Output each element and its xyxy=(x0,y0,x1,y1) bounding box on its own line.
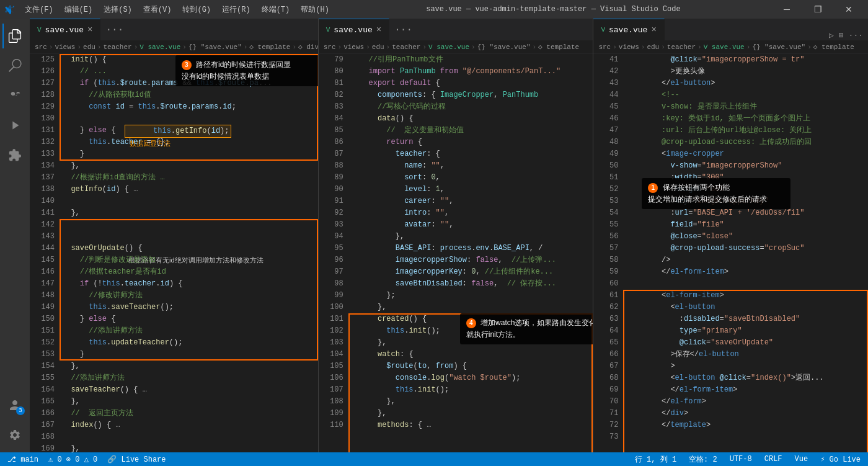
code-line-146: //根据teacher是否有id xyxy=(62,266,318,278)
code-line-133: } xyxy=(62,148,318,160)
panel-1-tab-close[interactable]: × xyxy=(87,25,92,35)
panel-3-tab-save-vue[interactable]: V save.vue × xyxy=(593,19,664,40)
vue-icon-1: V xyxy=(37,26,42,34)
code-line-94: }, xyxy=(351,231,593,243)
code-line-45: v-show: 是否显示上传组件 xyxy=(626,101,868,113)
code-line-155: //添加讲师方法 xyxy=(62,372,318,384)
code-line-73 xyxy=(626,431,868,443)
panel-1-line-numbers: 125126127128129 130131132133134 13713814… xyxy=(30,54,60,452)
vscode-icon xyxy=(5,4,15,14)
code-line-49: <image-cropper xyxy=(626,148,868,160)
more-icon[interactable]: ··· xyxy=(849,31,863,40)
window-title: save.vue — vue-admin-template-master — V… xyxy=(334,5,773,14)
panel-2-more[interactable]: ··· xyxy=(389,19,417,40)
code-line-169: }, xyxy=(62,443,318,452)
activity-extensions[interactable] xyxy=(2,143,27,168)
menu-help[interactable]: 帮助(H) xyxy=(296,3,334,16)
code-line-98: saveBtnDisabled: false, // 保存按... xyxy=(351,278,593,290)
code-line-65: @click="saveOrUpdate" xyxy=(626,337,868,349)
panel-3-tabs: V save.vue × ▷ ⊞ ··· xyxy=(593,19,868,40)
menu-goto[interactable]: 转到(G) xyxy=(177,3,216,16)
error-count[interactable]: ⚠ 0 ⊗ 0 △ 0 xyxy=(46,455,100,464)
editor-panel-2: V save.vue × ··· src › views › edu › tea… xyxy=(319,19,594,452)
menu-edit[interactable]: 编辑(E) xyxy=(60,3,98,16)
activity-bar: 3 xyxy=(0,19,30,452)
window-controls[interactable]: ─ ❐ ✕ xyxy=(773,0,863,19)
badge-4-tooltip: 4 xyxy=(466,318,476,328)
code-line-108: }, xyxy=(351,396,593,408)
go-live[interactable]: ⚡ Go Live xyxy=(818,455,863,464)
git-branch[interactable]: ⎇ main xyxy=(5,455,41,464)
code-line-147: if (!this.teacher.id) { xyxy=(62,278,318,290)
close-button[interactable]: ✕ xyxy=(835,0,863,19)
badge-1-tooltip: 1 xyxy=(648,183,658,193)
activity-explorer[interactable] xyxy=(2,24,27,48)
vue-icon-3: V xyxy=(601,26,605,34)
run-icon[interactable]: ▷ xyxy=(829,30,834,40)
code-line-92: intro: "", xyxy=(351,207,593,219)
maximize-button[interactable]: ❐ xyxy=(804,0,832,19)
encoding[interactable]: UTF-8 xyxy=(727,455,755,464)
code-line-59: </el-form-item> xyxy=(626,266,868,278)
panel-1-tab-label: save.vue xyxy=(45,25,84,35)
menu-file[interactable]: 文件(F) xyxy=(20,3,58,16)
menu-bar[interactable]: 文件(F) 编辑(E) 选择(S) 查看(V) 转到(G) 运行(R) 终端(T… xyxy=(20,3,334,16)
code-line-86: return { xyxy=(351,137,593,148)
code-line-91: career: "", xyxy=(351,195,593,207)
status-bar: ⎇ main ⚠ 0 ⊗ 0 △ 0 🔗 Live Share 行 1, 列 1… xyxy=(0,452,868,466)
code-line-99: }; xyxy=(351,290,593,302)
code-line-57: @crop-upload-success="cropSuc" xyxy=(626,243,868,254)
activity-bar-bottom: 3 xyxy=(2,393,27,452)
code-line-141: }, xyxy=(62,207,318,219)
panel-1-more[interactable]: ··· xyxy=(100,19,128,40)
editor-area: V save.vue × ··· src › views › edu › tea… xyxy=(30,19,868,452)
code-line-128: //从路径获取id值 xyxy=(62,89,318,101)
code-line-152: this.updateTeacher(); xyxy=(62,337,318,349)
code-line-48: @crop-upload-success: 上传成功后的回 xyxy=(626,137,868,148)
panel-3-tab-close[interactable]: × xyxy=(651,25,656,35)
menu-view[interactable]: 查看(V) xyxy=(138,3,177,16)
code-line-68: <el-button @click="index()">返回... xyxy=(626,372,868,384)
code-line-87: teacher: { xyxy=(351,148,593,160)
activity-debug[interactable] xyxy=(2,113,27,138)
panel-2-tabs: V save.vue × ··· xyxy=(319,19,593,40)
code-line-47: :url: 后台上传的url地址@close: 关闭上 xyxy=(626,125,868,137)
line-ending[interactable]: CRLF xyxy=(762,455,785,464)
panel-2-tab-save-vue[interactable]: V save.vue × xyxy=(319,19,389,40)
split-icon[interactable]: ⊞ xyxy=(839,30,844,40)
code-line-165: }, xyxy=(62,396,318,408)
code-line-104: watch: { xyxy=(351,349,593,361)
panel-3-actions: ▷ ⊞ ··· xyxy=(829,30,868,40)
menu-run[interactable]: 运行(R) xyxy=(217,3,255,16)
code-line-132: this.teacher = {}; xyxy=(62,137,318,148)
status-bar-right: 行 1, 列 1 空格: 2 UTF-8 CRLF Vue ⚡ Go Live xyxy=(632,454,863,465)
code-line-164: saveTeacher() { … xyxy=(62,384,318,396)
title-bar-left: 文件(F) 编辑(E) 选择(S) 查看(V) 转到(G) 运行(R) 终端(T… xyxy=(5,3,334,16)
code-line-137: //根据讲师id查询的方法 … xyxy=(62,172,318,184)
minimize-button[interactable]: ─ xyxy=(773,0,801,19)
cursor-position[interactable]: 行 1, 列 1 xyxy=(632,454,679,465)
accounts-badge: 3 xyxy=(16,406,25,415)
code-line-95: BASE_API: process.env.BASE_API, / xyxy=(351,243,593,254)
menu-select[interactable]: 选择(S) xyxy=(99,3,137,16)
spaces[interactable]: 空格: 2 xyxy=(686,454,720,465)
activity-search[interactable] xyxy=(2,53,27,78)
panel-2-tab-close[interactable]: × xyxy=(376,25,381,35)
code-line-90: level: 1, xyxy=(351,184,593,195)
code-line-144: saveOrUpdate() { xyxy=(62,243,318,254)
status-bar-left: ⎇ main ⚠ 0 ⊗ 0 △ 0 🔗 Live Share xyxy=(5,455,169,464)
activity-accounts[interactable]: 3 xyxy=(2,393,27,418)
live-share[interactable]: 🔗 Live Share xyxy=(105,455,168,464)
panel-1-code-content: init() { // ... if (this.$route.params &… xyxy=(60,54,318,452)
activity-git[interactable] xyxy=(2,83,27,108)
code-line-168 xyxy=(62,431,318,443)
editors-row: V save.vue × ··· src › views › edu › tea… xyxy=(30,19,868,452)
panel-1-tab-save-vue[interactable]: V save.vue × xyxy=(30,19,100,40)
panel-2-breadcrumb: src › views › edu › teacher › V save.vue… xyxy=(319,40,593,54)
code-line-89: sort: 0, xyxy=(351,172,593,184)
code-line-66: >保存</el-button xyxy=(626,349,868,361)
language-mode[interactable]: Vue xyxy=(792,455,811,464)
activity-settings[interactable] xyxy=(2,423,27,447)
menu-terminal[interactable]: 终端(T) xyxy=(257,3,295,16)
code-line-64: type="primary" xyxy=(626,325,868,337)
